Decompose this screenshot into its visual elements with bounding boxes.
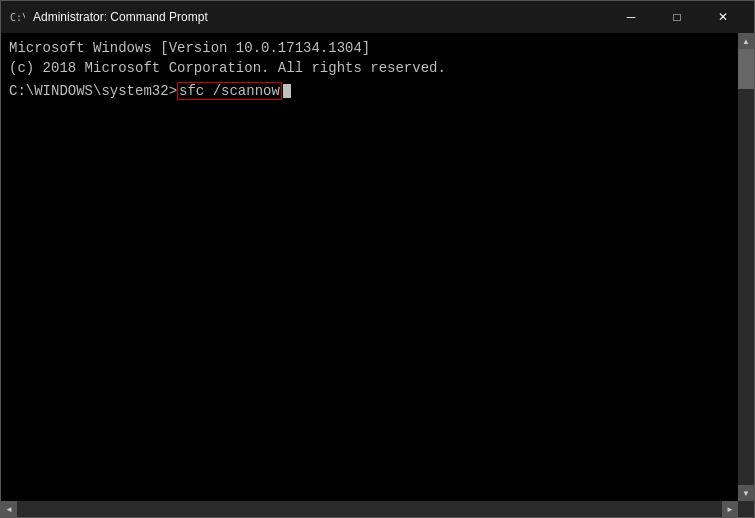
terminal-cursor	[283, 84, 291, 98]
window-title: Administrator: Command Prompt	[33, 10, 608, 24]
terminal-input-line: C:\WINDOWS\system32>sfc /scannow	[9, 82, 746, 100]
title-bar: C:\ Administrator: Command Prompt ─ □ ✕	[1, 1, 754, 33]
terminal-line-1: Microsoft Windows [Version 10.0.17134.13…	[9, 39, 746, 59]
scroll-track[interactable]	[738, 49, 754, 485]
vertical-scrollbar[interactable]: ▲ ▼	[738, 33, 754, 501]
scroll-down-button[interactable]: ▼	[738, 485, 754, 501]
scroll-up-button[interactable]: ▲	[738, 33, 754, 49]
terminal-content: Microsoft Windows [Version 10.0.17134.13…	[9, 39, 746, 495]
window-controls: ─ □ ✕	[608, 1, 746, 33]
horizontal-scrollbar[interactable]: ◄ ►	[1, 501, 754, 517]
minimize-button[interactable]: ─	[608, 1, 654, 33]
terminal-command: sfc /scannow	[177, 82, 282, 100]
terminal-prompt: C:\WINDOWS\system32>	[9, 83, 177, 99]
scroll-left-button[interactable]: ◄	[1, 501, 17, 517]
scroll-thumb[interactable]	[738, 49, 754, 89]
terminal-body[interactable]: Microsoft Windows [Version 10.0.17134.13…	[1, 33, 754, 501]
cmd-icon: C:\	[9, 9, 25, 25]
svg-text:C:\: C:\	[10, 12, 25, 23]
horizontal-scroll-track[interactable]	[17, 501, 722, 517]
scrollbar-corner	[738, 501, 754, 517]
scroll-right-button[interactable]: ►	[722, 501, 738, 517]
terminal-line-2: (c) 2018 Microsoft Corporation. All righ…	[9, 59, 746, 79]
maximize-button[interactable]: □	[654, 1, 700, 33]
close-button[interactable]: ✕	[700, 1, 746, 33]
command-prompt-window: C:\ Administrator: Command Prompt ─ □ ✕ …	[0, 0, 755, 518]
